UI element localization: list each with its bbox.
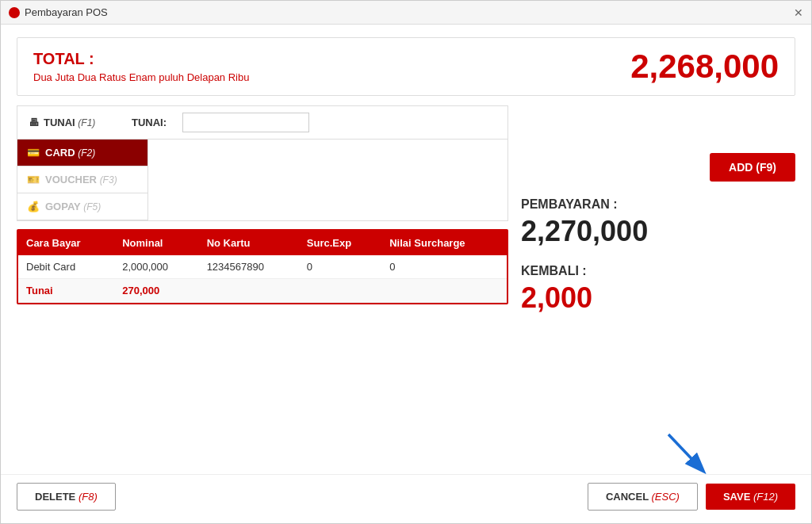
delete-button[interactable]: DELETE (F8): [17, 483, 116, 511]
kembali-section: KEMBALI : 2,000: [521, 264, 795, 315]
cell-nilai-surcharge-tunai: [381, 279, 507, 303]
cell-cara-bayar-tunai: Tunai: [18, 279, 114, 303]
total-words: Dua Juta Dua Ratus Enam puluh Delapan Ri…: [33, 71, 249, 83]
total-amount: 2,268,000: [630, 48, 779, 86]
cell-nominal-tunai: 270,000: [114, 279, 198, 303]
total-left: TOTAL : Dua Juta Dua Ratus Enam puluh De…: [33, 50, 249, 83]
card-label: CARD (F2): [45, 147, 95, 159]
gopay-icon: 💰: [27, 201, 40, 212]
save-label: SAVE: [723, 491, 753, 503]
cell-cara-bayar: Debit Card: [18, 255, 114, 279]
titlebar-title: Pembayaran POS: [9, 6, 108, 18]
tunai-icon: 🖶: [29, 117, 39, 128]
right-panel: ADD (F9) PEMBAYARAN : 2,270,000 KEMBALI …: [521, 105, 795, 461]
total-label: TOTAL :: [33, 50, 249, 68]
top-tunai-row: 🖶 TUNAI (F1) TUNAI:: [17, 106, 508, 140]
main-window: Pembayaran POS ✕ TOTAL : Dua Juta Dua Ra…: [0, 0, 812, 524]
cancel-key: (ESC): [651, 491, 679, 503]
cell-no-kartu-tunai: [199, 279, 299, 303]
cell-nominal: 2,000,000: [114, 255, 198, 279]
table-row: Debit Card 2,000,000 1234567890 0 0: [18, 255, 507, 279]
bottom-buttons: DELETE (F8) CANCEL (ESC) SAVE (F12): [1, 474, 811, 523]
total-section: TOTAL : Dua Juta Dua Ratus Enam puluh De…: [17, 37, 795, 96]
method-list: 💳 CARD (F2) 🎫 VOUCHER (F3) 💰 GOPAY (F5): [17, 140, 148, 220]
top-input-section: 🖶 TUNAI (F1) TUNAI: 💳 CARD (F2): [17, 105, 508, 221]
col-nilai-surcharge: Nilai Surcharge: [381, 231, 507, 255]
col-cara-bayar: Cara Bayar: [18, 231, 114, 255]
col-nominal: Nominal: [114, 231, 198, 255]
save-key: (F12): [753, 491, 778, 503]
cancel-label: CANCEL: [606, 491, 652, 503]
voucher-label: VOUCHER (F3): [45, 174, 117, 186]
delete-label: DELETE: [35, 491, 79, 503]
gopay-label: GOPAY (F5): [45, 201, 101, 212]
gopay-method-item: 💰 GOPAY (F5): [17, 193, 147, 220]
delete-key: (F8): [79, 491, 98, 503]
close-button[interactable]: ✕: [794, 7, 803, 18]
pembayaran-label: PEMBAYARAN :: [521, 197, 795, 212]
pembayaran-section: PEMBAYARAN : 2,270,000: [521, 197, 795, 248]
cell-nilai-surcharge: 0: [381, 255, 507, 279]
card-icon: 💳: [27, 147, 40, 159]
save-button[interactable]: SAVE (F12): [706, 484, 795, 510]
table-row: Tunai 270,000: [18, 279, 507, 303]
payment-table: Cara Bayar Nominal No Kartu Surc.Exp Nil…: [18, 231, 507, 303]
voucher-method-item: 🎫 VOUCHER (F3): [17, 166, 147, 193]
payment-table-container: Cara Bayar Nominal No Kartu Surc.Exp Nil…: [17, 229, 508, 304]
col-surc-exp: Surc.Exp: [299, 231, 381, 255]
cancel-button[interactable]: CANCEL (ESC): [588, 483, 698, 511]
cell-surc-exp-tunai: [299, 279, 381, 303]
kembali-value: 2,000: [521, 281, 795, 315]
arrow-indicator: [661, 426, 708, 477]
window-icon: [9, 7, 20, 18]
voucher-icon: 🎫: [27, 174, 40, 186]
tunai-input[interactable]: [182, 113, 309, 132]
table-header-row: Cara Bayar Nominal No Kartu Surc.Exp Nil…: [18, 231, 507, 255]
window-title: Pembayaran POS: [25, 6, 108, 18]
card-method-item[interactable]: 💳 CARD (F2): [17, 140, 147, 166]
kembali-label: KEMBALI :: [521, 264, 795, 278]
cell-surc-exp: 0: [299, 255, 381, 279]
tunai-method-label: 🖶 TUNAI (F1): [29, 117, 116, 128]
main-area: 🖶 TUNAI (F1) TUNAI: 💳 CARD (F2): [17, 105, 795, 461]
cell-no-kartu: 1234567890: [199, 255, 299, 279]
titlebar: Pembayaran POS ✕: [1, 1, 811, 25]
tunai-field-label: TUNAI:: [132, 117, 167, 128]
add-button[interactable]: ADD (F9): [710, 153, 795, 182]
pembayaran-value: 2,270,000: [521, 215, 795, 248]
svg-line-1: [668, 434, 699, 466]
tunai-text: TUNAI (F1): [44, 117, 95, 128]
col-no-kartu: No Kartu: [199, 231, 299, 255]
main-content: TOTAL : Dua Juta Dua Ratus Enam puluh De…: [1, 25, 811, 474]
left-panel: 🖶 TUNAI (F1) TUNAI: 💳 CARD (F2): [17, 105, 508, 461]
